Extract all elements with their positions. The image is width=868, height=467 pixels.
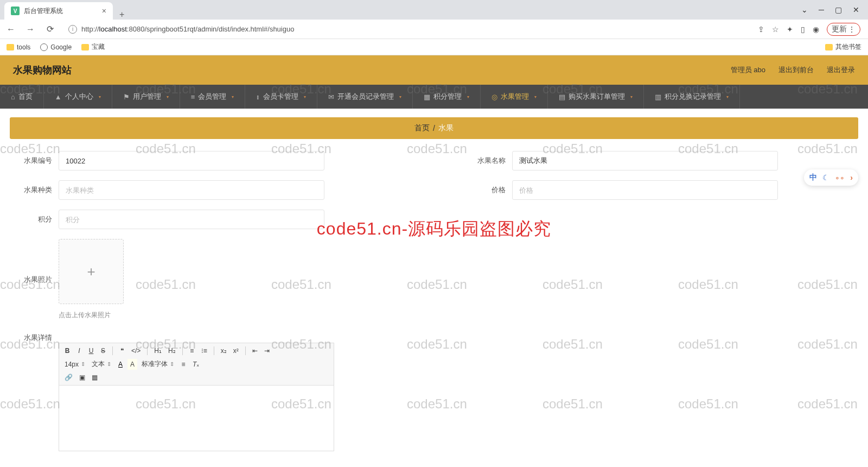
chevron-down-icon: ▾ (99, 94, 101, 99)
nav-fruit-mgmt[interactable]: ◎水果管理▾ (481, 85, 548, 109)
folder-icon (7, 44, 14, 51)
chevron-right-icon[interactable]: › (850, 173, 853, 182)
logout-front-link[interactable]: 退出到前台 (778, 65, 814, 75)
url-bar[interactable]: i http://localhost:8080/springboot51rqt/… (63, 22, 751, 37)
plus-icon: + (87, 263, 95, 280)
chevron-down-icon: ▾ (534, 94, 537, 99)
moon-icon[interactable]: ☾ (822, 173, 829, 182)
h1-button[interactable]: H₁ (152, 345, 164, 356)
site-info-icon[interactable]: i (68, 25, 77, 34)
upload-box[interactable]: + (59, 239, 124, 304)
fontsize-select[interactable]: 14px (62, 359, 87, 369)
nav-member-mgmt[interactable]: ≡会员管理▾ (180, 85, 246, 109)
texttype-select[interactable]: 文本 (90, 358, 113, 370)
code-button[interactable]: </> (129, 345, 143, 356)
chevron-down-icon: ▾ (467, 94, 469, 99)
reload-button[interactable]: ⟳ (43, 24, 56, 34)
align-button[interactable]: ≡ (178, 359, 188, 370)
profile-icon[interactable]: ◉ (813, 25, 819, 34)
bookmark-tools[interactable]: tools (7, 43, 30, 51)
chevron-down-icon: ▾ (630, 94, 633, 99)
browser-tab[interactable]: V 后台管理系统 × (4, 2, 113, 20)
outdent-button[interactable]: ⇥ (262, 345, 272, 356)
h2-button[interactable]: H₂ (166, 345, 178, 356)
editor-toolbar: B I U S ❝ </> H₁ H₂ ≡ ⁝≡ x₂ x² ⇤ ⇥ (59, 343, 334, 386)
logout-link[interactable]: 退出登录 (827, 65, 855, 75)
nav-card-mgmt[interactable]: ⫾会员卡管理▾ (245, 85, 317, 109)
update-button[interactable]: 更新 ⋮ (827, 23, 860, 36)
share-icon[interactable]: ⇪ (758, 25, 764, 34)
input-price[interactable] (512, 180, 778, 200)
breadcrumb: 首页 / 水果 (10, 117, 858, 139)
close-tab-icon[interactable]: × (102, 7, 106, 15)
browser-toolbar: ← → ⟳ i http://localhost:8080/springboot… (0, 20, 868, 39)
chevron-down-icon: ▾ (232, 94, 234, 99)
nav-user-mgmt[interactable]: ⚑用户管理▾ (112, 85, 180, 109)
fontfamily-select[interactable]: 标准字体 (139, 358, 176, 370)
input-fruit-name[interactable] (512, 151, 778, 171)
target-icon: ◎ (492, 93, 497, 101)
extensions-icon[interactable]: ✦ (787, 25, 793, 34)
mail-icon: ✉ (328, 93, 334, 101)
row-fruit-id: 水果编号 (13, 151, 401, 171)
sup-button[interactable]: x² (231, 345, 241, 356)
link-button[interactable]: 🔗 (62, 372, 75, 383)
close-window-icon[interactable]: ✕ (853, 5, 859, 14)
bookmark-google[interactable]: Google (40, 43, 72, 51)
label-fruit-id: 水果编号 (13, 156, 52, 166)
image-button[interactable]: ▣ (77, 372, 87, 383)
nav-order-mgmt[interactable]: ▤购买水果订单管理▾ (548, 85, 644, 109)
vue-icon: V (11, 7, 20, 15)
chevron-down-icon[interactable]: ⌄ (801, 5, 808, 14)
input-points[interactable] (59, 210, 324, 229)
chevron-down-icon: ▾ (399, 94, 401, 99)
input-fruit-id[interactable] (59, 151, 324, 171)
note-icon: ▥ (655, 93, 661, 101)
bookmark-baozang[interactable]: 宝藏 (81, 42, 105, 52)
new-tab-button[interactable]: + (113, 10, 131, 20)
clear-format-button[interactable]: Tₓ (190, 359, 201, 370)
breadcrumb-home[interactable]: 首页 (414, 123, 430, 133)
admin-label[interactable]: 管理员 abo (731, 65, 765, 75)
strike-button[interactable]: S (98, 345, 108, 356)
chevron-down-icon: ▾ (726, 94, 729, 99)
chart-icon: ⫾ (256, 93, 260, 101)
grid-icon: ▦ (424, 93, 430, 101)
nav-home[interactable]: ⌂首页 (0, 85, 44, 109)
select-fruit-type[interactable] (59, 180, 324, 200)
quote-button[interactable]: ❝ (117, 345, 127, 356)
video-button[interactable]: ▦ (90, 372, 100, 383)
nav-points-mgmt[interactable]: ▦积分管理▾ (413, 85, 481, 109)
chevron-down-icon: ▾ (167, 94, 169, 99)
floating-lang-widget[interactable]: 中 ☾ ∘∘ › (804, 169, 858, 186)
other-bookmarks[interactable]: 其他书签 (825, 42, 861, 52)
text-color-button[interactable]: A (116, 359, 125, 370)
dots-icon[interactable]: ∘∘ (835, 173, 845, 182)
minimize-icon[interactable]: ─ (819, 5, 824, 14)
window-controls: ⌄ ─ ▢ ✕ (793, 0, 868, 20)
home-icon: ⌂ (11, 93, 15, 101)
nav-open-record[interactable]: ✉开通会员记录管理▾ (317, 85, 413, 109)
italic-button[interactable]: I (74, 345, 84, 356)
editor-section: 水果详情 B I U S ❝ </> H₁ H₂ ≡ ⁝≡ x₂ x² (10, 333, 858, 451)
row-fruit-type: 水果种类 (13, 180, 401, 200)
underline-button[interactable]: U (86, 345, 96, 356)
bold-button[interactable]: B (62, 345, 72, 356)
nav-exchange-mgmt[interactable]: ▥积分兑换记录管理▾ (644, 85, 740, 109)
lang-zh-icon[interactable]: 中 (809, 173, 817, 182)
forward-button[interactable]: → (24, 24, 37, 34)
bg-color-button[interactable]: A (127, 359, 137, 370)
editor-body[interactable] (59, 386, 334, 451)
sub-button[interactable]: x₂ (219, 345, 229, 356)
ul-button[interactable]: ⁝≡ (199, 345, 209, 356)
star-icon[interactable]: ☆ (772, 25, 779, 34)
maximize-icon[interactable]: ▢ (835, 5, 842, 14)
panel-icon[interactable]: ▯ (801, 25, 805, 34)
nav-personal[interactable]: ▲个人中心▾ (44, 85, 112, 109)
ol-button[interactable]: ≡ (187, 345, 197, 356)
indent-button[interactable]: ⇤ (250, 345, 260, 356)
folder-icon (825, 44, 833, 51)
back-button[interactable]: ← (4, 24, 17, 34)
row-fruit-name: 水果名称 (467, 151, 855, 171)
label-detail: 水果详情 (13, 333, 52, 343)
